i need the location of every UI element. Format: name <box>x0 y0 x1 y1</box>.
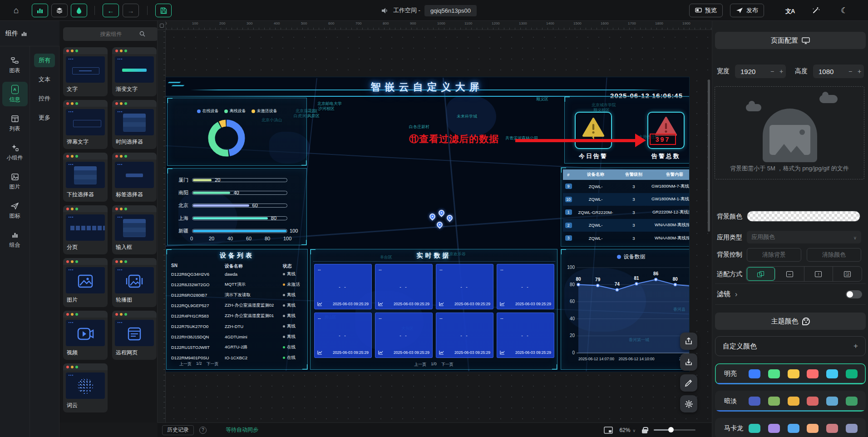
zoom-slider[interactable] <box>654 429 695 431</box>
component-card-text[interactable]: 文字 <box>63 47 108 96</box>
prev-page-button[interactable]: 上一页 <box>414 362 426 367</box>
category-info[interactable]: A 信息 <box>2 82 28 106</box>
component-card-video[interactable]: 视频 <box>63 311 108 360</box>
alarm-row[interactable]: 10 ZQWL- 3 GW1800NM-1-离线报警 <box>563 193 689 206</box>
subtab-all[interactable]: 所有 <box>34 54 55 67</box>
component-card-select[interactable]: 下拉选择器 <box>63 153 108 202</box>
next-page-button[interactable]: 下一页 <box>441 362 454 367</box>
color-chip[interactable] <box>768 369 780 378</box>
bg-color-swatch[interactable] <box>747 211 860 222</box>
component-card-image[interactable]: 图片 <box>63 258 108 307</box>
undo-button[interactable] <box>103 4 119 17</box>
category-charts[interactable]: 图表 <box>2 53 28 77</box>
table-row[interactable]: D122R6QG34H2V6 dawda 离线 <box>171 271 304 277</box>
chart-mode-button[interactable] <box>32 4 48 17</box>
color-chip[interactable] <box>846 397 858 406</box>
color-chip[interactable] <box>807 397 819 406</box>
color-chip[interactable] <box>826 369 838 378</box>
alarm-row[interactable]: 3 ZQWL- 3 WNAA80M-离线报警 <box>563 232 689 244</box>
fit-stretch-button[interactable]: ◲ <box>833 267 862 281</box>
color-chip[interactable] <box>749 369 760 378</box>
fit-width-button[interactable]: ↔ <box>775 267 804 281</box>
height-input[interactable] <box>813 68 846 75</box>
realtime-card[interactable]: -- - - 2025-06-03 09:25:29 <box>375 264 433 309</box>
device-status-donut-panel[interactable]: 在线设备离线设备未激活设备 <box>167 98 307 166</box>
settings-button[interactable] <box>680 395 697 412</box>
filter-toggle[interactable] <box>846 290 862 298</box>
fit-auto-button[interactable] <box>746 267 775 281</box>
subtab-controls[interactable]: 控件 <box>34 92 55 105</box>
category-widgets[interactable]: 小组件 <box>2 140 28 164</box>
lock-icon[interactable] <box>642 429 647 433</box>
realtime-card[interactable]: -- - - 2025-06-03 09:25:29 <box>375 313 433 358</box>
component-card-carousel[interactable]: 轮播图 <box>112 258 157 307</box>
next-page-button[interactable]: 下一页 <box>207 361 219 367</box>
workspace-id[interactable]: gqiq56n13ps00 <box>424 5 477 16</box>
component-card-input[interactable]: 输入框 <box>112 205 157 254</box>
device-data-chart-panel[interactable]: 设备数据 020406080100807974818680782025-06-1… <box>561 249 689 370</box>
color-chip[interactable] <box>807 424 819 433</box>
publish-button[interactable]: 发布 <box>730 4 764 17</box>
history-button[interactable]: 历史记录 <box>162 425 194 435</box>
color-chip[interactable] <box>846 369 858 378</box>
width-minus-button[interactable]: − <box>768 68 777 75</box>
vertical-scrollbar[interactable] <box>708 79 710 232</box>
download-button[interactable] <box>680 353 697 371</box>
component-card-gradient-text[interactable]: 渐变文字 <box>112 47 157 96</box>
color-chip[interactable] <box>768 424 780 433</box>
alarm-row[interactable]: 1 ZQWL-GR2220M- 3 GR2220M-12-离线报警 <box>563 206 689 218</box>
theme-button[interactable] <box>71 4 87 17</box>
page-config-button[interactable]: 页面配置 <box>715 32 866 49</box>
app-type-select[interactable]: 应用颜色 <box>747 231 861 243</box>
fit-height-button[interactable]: ↕ <box>804 267 833 281</box>
realtime-card[interactable]: -- - - 2025-06-03 09:25:29 <box>436 264 493 309</box>
table-row[interactable]: D122RH38J15DQN 4GDTUmini 离线 <box>171 334 304 340</box>
prev-page-button[interactable]: 上一页 <box>179 361 192 367</box>
color-chip[interactable] <box>788 369 799 378</box>
color-chip[interactable] <box>826 397 838 406</box>
category-images[interactable]: 图片 <box>2 169 28 194</box>
table-row[interactable]: D122RU15TOJW8T 4GRTU-2路 在线 <box>171 344 304 350</box>
legend-item[interactable]: 未激活设备 <box>252 108 277 114</box>
subtab-text[interactable]: 文本 <box>34 73 55 86</box>
save-button[interactable] <box>155 4 172 17</box>
height-plus-button[interactable]: + <box>855 68 864 75</box>
chevron-right-icon[interactable] <box>730 290 737 298</box>
background-upload-dropzone[interactable]: 背景图需小于 5M ，格式为 png/jpg/gif 的文件 <box>715 86 864 179</box>
minimap-icon[interactable] <box>604 427 613 434</box>
language-icon[interactable] <box>785 7 794 15</box>
component-card-wordcloud[interactable]: 词云 <box>63 363 108 412</box>
zoom-select[interactable]: 62% <box>619 427 636 433</box>
color-chip[interactable] <box>846 424 858 433</box>
table-row[interactable]: D122RM9401P0SU IO-1CXBC2 在线 <box>171 355 304 361</box>
color-chip[interactable] <box>826 424 838 433</box>
realtime-card[interactable]: -- - - 2025-06-03 09:25:29 <box>314 264 372 309</box>
component-card-pagination[interactable]: 分页 <box>63 205 108 254</box>
category-groups[interactable]: 组合 <box>2 227 28 252</box>
today-alarm-card[interactable]: 1 <box>575 112 612 149</box>
device-list-panel[interactable]: 设备列表 SN 设备名称 状态 D122R6QG34H2V6 dawda 离线 … <box>166 249 308 370</box>
table-row[interactable]: D122R6RO280IB7 演示下发读取 离线 <box>171 292 304 298</box>
layers-button[interactable] <box>51 4 68 17</box>
table-row[interactable]: D122R8J32W72GO MQTT演示 未激活 <box>171 282 304 288</box>
component-card-tag-select[interactable]: 标签选择器 <box>112 153 157 202</box>
color-chip[interactable] <box>768 397 780 406</box>
alarm-table-panel[interactable]: # 设备名称 告警级别 告警内容 9 ZQWL- 3 GW1800NM-7-离线… <box>561 167 689 247</box>
realtime-data-panel[interactable]: 实时数据 -- - - 2025-06-03 09:25:29 -- - - 2… <box>310 249 557 370</box>
color-chip[interactable] <box>807 369 819 378</box>
magic-wand-icon[interactable] <box>812 6 820 15</box>
alarm-row[interactable]: 2 ZQWL- 3 WNAA80M-离线报警 <box>563 219 689 232</box>
theme-row-bright[interactable]: 明亮 <box>715 363 866 384</box>
width-plus-button[interactable]: + <box>777 68 786 75</box>
theme-row-dim[interactable]: 暗淡 <box>715 391 866 412</box>
redo-button[interactable] <box>123 4 139 17</box>
theme-row-macaron[interactable]: 马卡龙 <box>715 418 866 437</box>
clear-color-button[interactable]: 清除颜色 <box>807 248 861 262</box>
city-bar-panel[interactable]: 厦门 20 南阳 40 北京 60 上海 <box>167 168 307 245</box>
preview-button[interactable]: 预览 <box>689 4 723 17</box>
realtime-card[interactable]: -- - - 2025-06-03 09:25:29 <box>497 264 554 309</box>
slider-knob[interactable] <box>668 427 674 432</box>
help-icon[interactable]: ? <box>199 427 207 434</box>
component-card-webpage[interactable]: 远程网页 <box>112 311 157 360</box>
subtab-more[interactable]: 更多 <box>34 111 55 124</box>
